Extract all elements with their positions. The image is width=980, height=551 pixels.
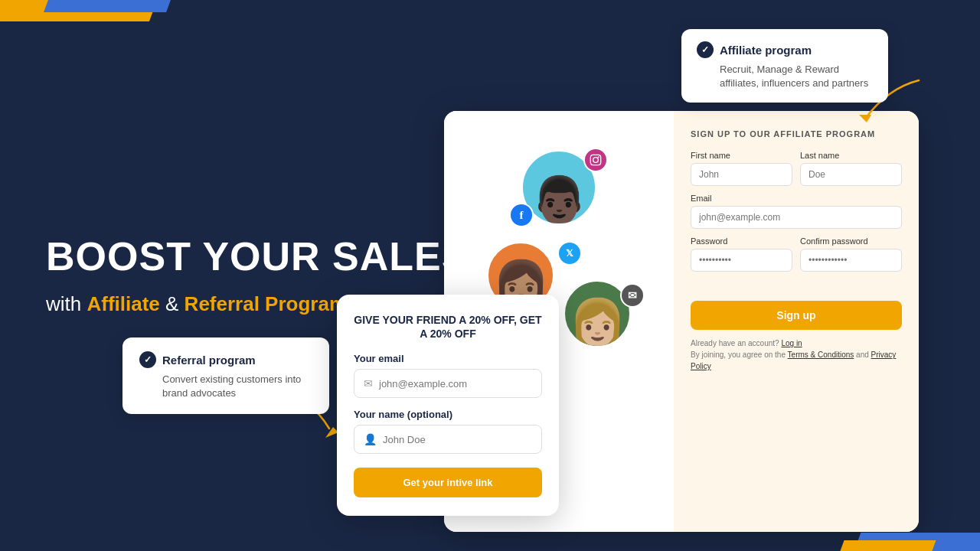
password-row: Password Confirm password <box>691 236 902 272</box>
terms-link[interactable]: Terms & Conditions <box>788 350 854 359</box>
email-icon: ✉ <box>364 377 373 390</box>
facebook-badge: f <box>509 203 534 227</box>
twitter-badge: 𝕏 <box>557 241 582 266</box>
referral-card-title: ✓ Referral program <box>139 351 312 368</box>
person-icon: 👤 <box>364 433 377 445</box>
check-icon: ✓ <box>139 351 156 368</box>
referral-cta-button[interactable]: Get your intive link <box>354 468 542 497</box>
form-title: SIGN UP TO OUR AFFILIATE PROGRAM <box>691 129 902 139</box>
email-label: Email <box>691 194 902 203</box>
corner-accent-tl2 <box>44 0 171 12</box>
email-row: Email <box>691 194 902 229</box>
affiliate-check-icon: ✓ <box>697 41 714 58</box>
last-name-input[interactable] <box>800 163 902 186</box>
affiliate-tooltip-title: ✓ Affiliate program <box>697 41 873 58</box>
confirm-password-input[interactable] <box>800 249 902 272</box>
svg-rect-2 <box>590 155 600 165</box>
password-group: Password <box>691 236 792 272</box>
referral-program-card: ✓ Referral program Convert existing cust… <box>122 337 329 414</box>
ampersand: & <box>160 292 185 315</box>
confirm-password-label: Confirm password <box>800 236 902 246</box>
email-badge: ✉ <box>620 283 645 308</box>
last-name-label: Last name <box>800 151 902 160</box>
form-footer: Already have an account? Log in By joini… <box>691 337 902 372</box>
referral-email-wrap: ✉ <box>354 369 542 398</box>
affiliate-program-tooltip: ✓ Affiliate program Recruit, Manage & Re… <box>681 29 888 103</box>
password-label: Password <box>691 236 792 246</box>
email-group: Email <box>691 194 902 229</box>
sub-prefix: with <box>46 292 87 315</box>
corner-accent-br2 <box>840 540 936 551</box>
headline: BOOST YOUR SALES <box>46 235 469 279</box>
referral-name-wrap: 👤 <box>354 425 542 454</box>
referral-email-input[interactable] <box>379 378 532 390</box>
referral-modal-title: GIVE YOUR FRIEND A 20% OFF, GET A 20% OF… <box>354 313 542 341</box>
referral-modal: GIVE YOUR FRIEND A 20% OFF, GET A 20% OF… <box>337 295 559 516</box>
svg-point-4 <box>598 156 599 158</box>
first-name-input[interactable] <box>691 163 792 186</box>
email-input[interactable] <box>691 206 902 229</box>
svg-point-3 <box>593 158 599 163</box>
name-row: First name Last name <box>691 151 902 186</box>
referral-name-input[interactable] <box>383 434 532 445</box>
instagram-badge <box>583 148 608 172</box>
affiliate-tooltip-desc: Recruit, Manage & Reward affiliates, inf… <box>697 63 873 90</box>
last-name-group: Last name <box>800 151 902 186</box>
first-name-label: First name <box>691 151 792 160</box>
referral-email-label: Your email <box>354 353 542 364</box>
referral-card-desc: Convert existing customers into brand ad… <box>139 373 312 400</box>
affiliate-text: Affiliate <box>87 292 159 315</box>
referral-name-label: Your name (optional) <box>354 409 542 420</box>
login-link[interactable]: Log in <box>781 339 802 347</box>
first-name-group: First name <box>691 151 792 186</box>
referral-programs-text: Referral Programs <box>185 292 358 315</box>
confirm-password-group: Confirm password <box>800 236 902 272</box>
password-input[interactable] <box>691 249 792 272</box>
signup-form-panel: SIGN UP TO OUR AFFILIATE PROGRAM First n… <box>674 111 919 532</box>
signup-button[interactable]: Sign up <box>691 301 902 330</box>
